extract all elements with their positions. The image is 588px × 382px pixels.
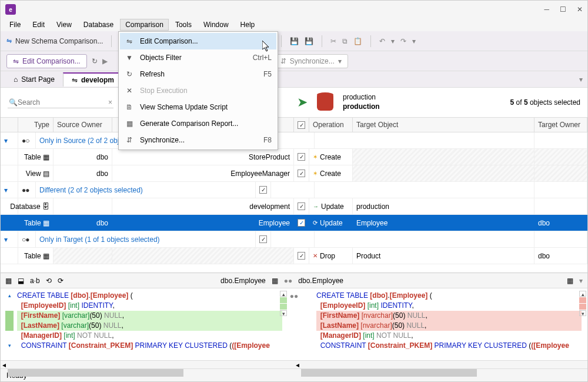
menu-view[interactable]: View (51, 19, 77, 31)
selection-count: 5 of 5 objects selected (510, 98, 580, 107)
group-only-source[interactable]: ▾ ●○ Only in Source (2 of 2 objects sele… (1, 132, 587, 149)
tab-chevron[interactable]: ▾ (579, 75, 583, 84)
report-icon: ▦ (125, 119, 134, 128)
table-icon: ▦ (43, 153, 49, 161)
save-button[interactable]: 💾 (290, 37, 299, 45)
table-row[interactable]: Table ▦ ✓ ✕Drop Productdbo (1, 248, 587, 264)
search-input[interactable] (18, 98, 108, 107)
shortcut-label: Ctrl+L (253, 54, 272, 62)
col-target-object[interactable]: Target Object (353, 118, 534, 132)
close-button[interactable]: ✕ (577, 5, 583, 14)
shortcut-label: F5 (263, 70, 272, 78)
menu-tools[interactable]: Tools (170, 19, 197, 31)
code-diff: ▴▾ CREATE TABLE [dbo].[Employee] ( [Empl… (1, 288, 587, 360)
dropdown-synchronize[interactable]: ⇵ Synchronize... F8 (120, 132, 276, 148)
titlebar: e ─ ☐ ✕ (1, 1, 587, 18)
edit-comparison-tab[interactable]: ⇋Edit Comparison... (6, 54, 87, 68)
menu-comparison[interactable]: Comparison (120, 19, 169, 31)
toggle-icon[interactable]: ⟳ (58, 277, 64, 285)
menu-edit[interactable]: Edit (27, 19, 50, 31)
dropdown-stop-execution: ✕ Stop Execution (120, 82, 276, 99)
cut-button[interactable]: ✂ (330, 37, 336, 45)
table-row[interactable]: Database 🗄 development ✓ →Update product… (1, 198, 587, 215)
left-object-label: dbo.Employee (220, 277, 266, 285)
menu-file[interactable]: File (4, 19, 26, 31)
group-different[interactable]: ▾ ●● Different (2 of 2 objects selected)… (1, 182, 587, 198)
copy-button[interactable]: ⧉ (342, 37, 348, 45)
diff-link-icon: ●● (288, 288, 300, 360)
save-all-button[interactable]: 💾 (305, 37, 313, 45)
minimap[interactable]: ▴▾ (280, 291, 287, 358)
compare-icon: ⇋ (6, 37, 12, 45)
grid-header: Type Source Owner ✓ Operation Target Obj… (1, 117, 587, 132)
toggle-icon[interactable]: ⟲ (46, 277, 52, 285)
target-info: production production (343, 93, 380, 111)
menu-window[interactable]: Window (198, 19, 234, 31)
left-code[interactable]: ▴▾ CREATE TABLE [dbo].[Employee] ( [Empl… (1, 288, 288, 360)
sync-tab[interactable]: ⇵Synchronize...▾ (274, 54, 348, 68)
dropdown-generate-report[interactable]: ▦ Generate Comparison Report... (120, 115, 276, 132)
dropdown-label: Objects Filter (140, 54, 182, 62)
stop-button: ▶ (102, 57, 108, 65)
minimap[interactable]: ▴▾ (579, 291, 586, 358)
col-check[interactable]: ✓ (294, 118, 309, 132)
col-target-owner[interactable]: Target Owner (534, 118, 587, 132)
dropdown-label: Stop Execution (140, 87, 188, 95)
menu-help[interactable]: Help (235, 19, 260, 31)
dropdown-objects-filter[interactable]: ▼ Objects Filter Ctrl+L (120, 49, 276, 66)
dropdown-view-script[interactable]: 🗎 View Schema Update Script (120, 99, 276, 115)
tab-start-page[interactable]: ⌂Start Page (5, 73, 63, 86)
menu-database[interactable]: Database (78, 19, 119, 31)
toggle-icon[interactable]: ▦ (5, 277, 12, 285)
sync-icon: ⇵ (125, 136, 134, 144)
stop-icon: ✕ (125, 87, 134, 95)
edit-icon: ⇋ (13, 57, 19, 65)
dropdown-label: Edit Comparison... (140, 37, 198, 45)
toggle-icon[interactable]: ⬓ (18, 277, 24, 285)
direction-arrow-icon: ➤ (297, 95, 308, 110)
tab-development[interactable]: ⇋developm (63, 72, 123, 87)
app-logo: e (5, 4, 16, 15)
col-source-owner[interactable]: Source Owner (54, 118, 112, 132)
comparison-dropdown: ⇋ Edit Comparison... ▼ Objects Filter Ct… (118, 31, 278, 150)
dropdown-refresh[interactable]: ↻ Refresh F5 (120, 66, 276, 82)
group-only-target[interactable]: ▾ ○● Only in Target (1 of 1 objects sele… (1, 231, 587, 248)
dropdown-edit-comparison[interactable]: ⇋ Edit Comparison... (120, 33, 276, 49)
table-row-selected[interactable]: Table ▦ dbo Employee ✓ ⟳Update Employeed… (1, 215, 587, 231)
shortcut-label: F8 (263, 136, 272, 144)
paste-button[interactable]: 📋 (353, 37, 362, 45)
undo-button[interactable]: ↶ (379, 37, 385, 45)
search-box[interactable]: 🔍 × (8, 97, 113, 108)
view-icon: ▤ (43, 170, 49, 178)
compare-icon: ⇋ (72, 76, 78, 84)
horizontal-scrollbar[interactable]: ◂ ◂ (1, 360, 587, 368)
dropdown-label: View Schema Update Script (140, 103, 228, 111)
refresh-button[interactable]: ↻ (92, 57, 98, 65)
col-type[interactable]: Type (18, 118, 54, 132)
table-row[interactable]: Table ▦ dbo StoreProduct ✓ ✶Create (1, 149, 587, 165)
clear-search-icon[interactable]: × (108, 98, 112, 107)
sync-icon: ⇵ (280, 57, 286, 65)
right-code[interactable]: CREATE TABLE [dbo].[Employee] ( [Employe… (300, 288, 587, 360)
diff-toolbar: ▦ ⬓ a·b ⟲ ⟳ dbo.Employee ▦ ●● dbo.Employ… (1, 273, 587, 288)
new-comparison-button[interactable]: ⇋New Schema Comparison... (6, 37, 103, 45)
database-icon (317, 94, 333, 111)
table-row[interactable]: View ▤ dbo EmployeeManager ✓ ✶Create (1, 165, 587, 182)
maximize-button[interactable]: ☐ (560, 5, 566, 14)
edit-comparison-icon: ⇋ (125, 37, 134, 45)
col-operation[interactable]: Operation (309, 118, 353, 132)
redo-button[interactable]: ↷ (400, 37, 406, 45)
toggle-icon[interactable]: a·b (30, 277, 40, 285)
main-toolbar: ⇋New Schema Comparison... 💾 💾 ✂ ⧉ 📋 ↶▾ ↷… (1, 31, 587, 51)
grid-body: ▾ ●○ Only in Source (2 of 2 objects sele… (1, 132, 587, 264)
minimize-button[interactable]: ─ (544, 5, 549, 14)
menubar: File Edit View Database Comparison Tools… (1, 18, 587, 31)
search-icon: 🔍 (9, 98, 18, 107)
document-tabs: ⌂Start Page ⇋developm ▾ (1, 71, 587, 88)
refresh-icon: ↻ (125, 70, 134, 78)
diff-panel: ▦ ⬓ a·b ⟲ ⟳ dbo.Employee ▦ ●● dbo.Employ… (1, 273, 587, 368)
script-icon: 🗎 (125, 103, 134, 111)
table-icon: ▦ (272, 277, 278, 285)
table-icon: ▦ (43, 252, 49, 260)
dropdown-label: Synchronize... (140, 136, 185, 144)
